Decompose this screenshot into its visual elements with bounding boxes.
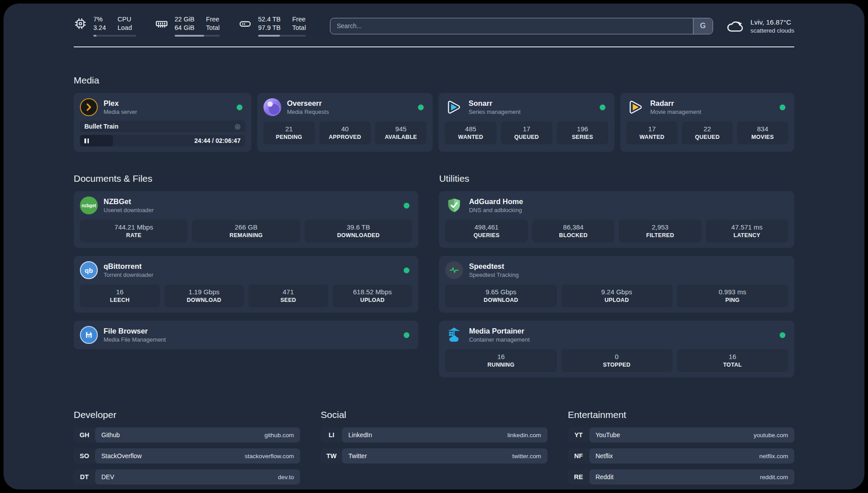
service-card-filebrowser[interactable]: File Browser Media File Management <box>74 321 418 349</box>
cpu-chip-icon <box>74 17 87 30</box>
link-row-youtube[interactable]: YT YouTube youtube.com <box>568 427 794 443</box>
memory-free-value: 22 GiB <box>175 15 194 24</box>
service-card-nzbget[interactable]: nzbget NZBGet Usenet downloader 744.21 M… <box>74 191 418 248</box>
stat-tile: 1.19 Gbps DOWNLOAD <box>164 284 244 307</box>
playback-progress-fill <box>80 135 113 146</box>
stat-label: UPLOAD <box>563 297 671 303</box>
cloud-icon <box>726 18 744 33</box>
stat-label: UPLOAD <box>334 297 411 303</box>
service-title: NZBGet <box>104 197 154 206</box>
section-title-entertainment: Entertainment <box>568 409 794 420</box>
stat-value: 16 <box>447 353 555 360</box>
stat-value: 47.571 ms <box>708 223 786 231</box>
service-card-qbittorrent[interactable]: qb qBittorrent Torrent downloader 16 LEE… <box>74 256 418 313</box>
link-abbr: RE <box>568 469 589 485</box>
stat-value: 834 <box>739 125 786 133</box>
stat-value: 618.52 Mbps <box>334 288 411 296</box>
link-url: twitter.com <box>512 453 541 460</box>
topbar: 7% 3.24 CPU Load 22 GiB <box>74 4 794 37</box>
status-online-dot <box>780 104 785 110</box>
link-row-netflix[interactable]: NF Netflix netflix.com <box>568 448 794 464</box>
service-card-portainer[interactable]: Media Portainer Container management 16 … <box>439 321 794 377</box>
memory-icon <box>155 17 168 30</box>
weather-widget[interactable]: Lviv, 16.87°C scattered clouds <box>726 18 794 34</box>
now-playing-title: Bullet Train <box>84 123 118 130</box>
storage-total-value: 97.9 TB <box>258 24 281 32</box>
status-online-dot <box>418 104 424 110</box>
nzbget-icon-label: nzbget <box>82 203 96 208</box>
link-name: Netflix <box>596 452 613 460</box>
storage-total-label: Total <box>292 24 306 32</box>
stat-label: LEECH <box>82 297 158 303</box>
service-card-speedtest[interactable]: Speedtest Speedtest Tracking 9.65 Gbps D… <box>439 256 794 313</box>
link-row-linkedin[interactable]: LI LinkedIn linkedin.com <box>321 427 547 443</box>
stat-tile: 0 STOPPED <box>561 349 672 372</box>
service-title: Sonarr <box>468 99 520 108</box>
storage-free-label: Free <box>292 15 306 24</box>
radarr-icon <box>626 98 644 116</box>
stat-label: APPROVED <box>321 134 369 140</box>
link-name: Twitter <box>348 452 367 460</box>
dashboard-panel: 7% 3.24 CPU Load 22 GiB <box>4 4 864 489</box>
stat-label: MOVIES <box>739 134 786 140</box>
stat-value: 17 <box>628 125 676 133</box>
link-url: linkedin.com <box>508 432 541 439</box>
filebrowser-icon <box>80 326 98 344</box>
sonarr-icon <box>445 98 463 116</box>
link-url: youtube.com <box>754 432 788 439</box>
service-card-adguard[interactable]: AdGuard Home DNS and adblocking 498,461 … <box>439 191 794 248</box>
stat-label: BLOCKED <box>534 232 613 238</box>
link-row-stackoverflow[interactable]: SO StackOverflow stackoverflow.com <box>74 448 300 464</box>
link-url: github.com <box>264 432 294 439</box>
portainer-icon <box>445 326 463 344</box>
link-row-reddit[interactable]: RE Reddit reddit.com <box>568 469 794 485</box>
pause-icon[interactable] <box>84 138 89 143</box>
service-subtitle: Speedtest Tracking <box>469 272 518 278</box>
link-row-twitter[interactable]: TW Twitter twitter.com <box>321 448 547 464</box>
stat-value: 9.24 Gbps <box>563 288 671 296</box>
stat-value: 39.6 TB <box>306 223 410 231</box>
search-engine-button[interactable]: G <box>693 18 713 34</box>
cpu-usage-label: CPU <box>117 15 132 24</box>
link-row-github[interactable]: GH Github github.com <box>74 427 300 443</box>
header-divider <box>74 46 794 47</box>
playback-progress-bar[interactable]: 24:44 / 02:06:47 <box>80 135 245 146</box>
link-abbr: TW <box>321 448 342 464</box>
speedtest-icon <box>445 261 463 279</box>
hard-drive-icon <box>238 17 252 30</box>
stat-tile: 17 QUEUED <box>501 121 552 144</box>
stat-tile: 16 LEECH <box>80 284 160 307</box>
stat-tile: 834 MOVIES <box>737 121 788 144</box>
stat-tile: 39.6 TB DOWNLOADED <box>305 220 412 242</box>
stat-label: FILTERED <box>621 232 699 238</box>
link-abbr: DT <box>74 469 95 485</box>
social-column: Social LI LinkedIn linkedin.com TW Twitt… <box>321 409 547 485</box>
stat-value: 2,953 <box>621 223 699 231</box>
stat-tile: 498,461 QUERIES <box>445 220 527 242</box>
stat-tile: 2,953 FILTERED <box>619 220 701 242</box>
service-subtitle: Torrent downloader <box>104 272 153 278</box>
service-card-plex[interactable]: Plex Media server Bullet Train ◎ 24:44 /… <box>74 93 251 152</box>
utilities-column: Utilities AdGuard Home <box>439 173 794 377</box>
link-abbr: GH <box>74 427 95 443</box>
stat-tile: 485 WANTED <box>445 121 496 144</box>
stat-value: 40 <box>321 125 369 133</box>
service-card-overseerr[interactable]: Overseerr Media Requests 21 PENDING 40 A… <box>257 93 433 152</box>
plex-icon <box>80 98 98 116</box>
documents-column: Documents & Files nzbget NZBGet Usenet d… <box>74 173 418 377</box>
search-input[interactable] <box>330 18 713 34</box>
service-title: Speedtest <box>469 262 518 271</box>
stat-value: 196 <box>559 125 606 133</box>
stat-value: 86,384 <box>534 223 613 231</box>
service-card-radarr[interactable]: Radarr Movie management 17 WANTED 22 QUE… <box>620 93 794 152</box>
service-card-sonarr[interactable]: Sonarr Series management 485 WANTED 17 Q… <box>438 93 614 152</box>
stat-label: DOWNLOAD <box>166 297 242 303</box>
stat-value: 945 <box>377 125 425 133</box>
memory-total-value: 64 GiB <box>175 24 194 32</box>
status-online-dot <box>780 332 785 338</box>
stat-label: LATENCY <box>708 232 786 238</box>
stat-value: 0 <box>563 353 671 360</box>
link-row-dev[interactable]: DT DEV dev.to <box>74 469 300 485</box>
stat-value: 0.993 ms <box>679 288 786 296</box>
section-title-media: Media <box>74 75 794 86</box>
